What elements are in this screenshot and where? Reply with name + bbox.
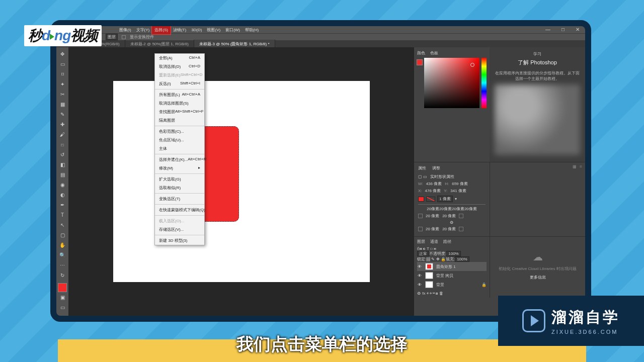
corner-tl-cb[interactable] [418, 214, 423, 218]
width-value[interactable]: 436 像素 [426, 181, 442, 187]
fill-swatch[interactable] [418, 197, 424, 202]
history-brush-tool[interactable]: ↺ [58, 150, 67, 159]
screen-mode-icon[interactable]: ▭ [58, 303, 67, 312]
height-value[interactable]: 659 像素 [452, 181, 468, 187]
menu-image[interactable]: 图像(I) [117, 26, 134, 34]
fg-color-chip[interactable] [417, 60, 422, 65]
link-corners-icon[interactable]: ⯐ [450, 220, 454, 225]
lock-icons[interactable]: ▦ ✎ ✥ 🔒 [426, 257, 446, 261]
frame-tool[interactable]: ▦ [58, 100, 67, 109]
menu-item[interactable]: 新建 3D 模型(3) [155, 236, 204, 245]
menu-item[interactable]: 取消选择(D)Ctrl+D [155, 62, 204, 71]
tab-channels[interactable]: 通道 [430, 239, 438, 244]
visibility-icon[interactable]: 👁 [417, 274, 422, 278]
eraser-tool[interactable]: ◧ [58, 160, 67, 169]
menu-item[interactable]: 选取相似(R) [155, 184, 204, 192]
quickmask-icon[interactable]: ▣ [58, 293, 67, 302]
lib-menu-icon[interactable]: ≡ [580, 164, 582, 169]
mask-icon[interactable]: ◐ [427, 291, 429, 296]
corner-tr[interactable]: 20 像素 [442, 213, 456, 219]
eyedropper-tool[interactable]: ✎ [58, 110, 67, 119]
layer-row-shape[interactable]: 👁圆角矩形 1 [417, 262, 487, 271]
corner-br-cb[interactable] [459, 227, 463, 231]
menu-item[interactable]: 色彩范围(C)... [155, 127, 204, 136]
menu-item[interactable]: 存储选区(V)... [155, 225, 204, 234]
corner-tr-cb[interactable] [459, 214, 463, 218]
maximize-icon[interactable]: □ [559, 25, 567, 34]
more-tools[interactable]: ⋯ [58, 260, 67, 269]
menu-select[interactable]: 选择(S) [152, 26, 171, 34]
menu-item[interactable]: 在快速蒙版模式下编辑(Q) [155, 206, 204, 214]
dodge-tool[interactable]: ◐ [58, 190, 67, 199]
pen-tool[interactable]: ✒ [58, 200, 67, 209]
visibility-icon[interactable]: 👁 [417, 264, 422, 269]
stroke-style-dropdown[interactable]: ▾ [455, 197, 457, 201]
menu-item[interactable]: 主体 [155, 144, 204, 153]
shape-tool[interactable]: ▢ [58, 230, 67, 239]
menu-item[interactable]: 全部(A)Ctrl+A [155, 54, 204, 62]
menu-item[interactable]: 查找图层Alt+Shift+Ctrl+F [155, 108, 204, 116]
trash-icon[interactable]: 🗑 [439, 291, 443, 296]
corner-br[interactable]: 20 像素 [442, 226, 456, 232]
learn-thumbnails[interactable] [495, 84, 580, 155]
path-tool[interactable]: ↖ [58, 220, 67, 229]
doc-tab-2[interactable]: 未标题-2 @ 50%(图层 1, RGB/8) [125, 40, 194, 48]
menu-item[interactable]: 所有图层(L)Alt+Ctrl+A [155, 90, 204, 99]
stroke-swatch[interactable] [426, 197, 435, 202]
menu-filter[interactable]: 滤镜(T) [171, 26, 189, 34]
menu-item[interactable]: 变换选区(T) [155, 195, 204, 203]
menu-help[interactable]: 帮助(H) [243, 26, 261, 34]
zoom-tool[interactable]: 🔍 [58, 250, 67, 259]
type-tool[interactable]: T [58, 210, 67, 219]
hue-slider[interactable] [481, 58, 487, 108]
corner-bl-cb[interactable] [418, 227, 423, 231]
tab-color[interactable]: 颜色 [417, 50, 425, 56]
menu-type[interactable]: 文字(Y) [134, 26, 152, 34]
crop-tool[interactable]: ✂ [58, 89, 67, 99]
blend-mode[interactable]: 正常 [417, 251, 429, 256]
tab-properties[interactable]: 属性 [418, 165, 426, 171]
brush-tool[interactable]: 🖌 [58, 130, 67, 139]
tab-layers[interactable]: 图层 [417, 239, 425, 244]
menu-item[interactable]: 焦点区域(U)... [155, 136, 204, 144]
menu-item[interactable]: 选择并遮住(K)...Alt+Ctrl+R [155, 155, 204, 164]
menu-window[interactable]: 窗口(W) [223, 26, 243, 34]
blur-tool[interactable]: ◉ [58, 180, 67, 189]
marquee-tool[interactable]: ▭ [58, 59, 67, 68]
gradient-tool[interactable]: ▤ [58, 170, 67, 179]
menu-item[interactable]: 取消选择图层(S) [155, 99, 204, 108]
opacity-value[interactable]: 100% [446, 251, 460, 256]
fill-value[interactable]: 100% [455, 256, 469, 262]
y-value[interactable]: 341 像素 [450, 188, 466, 194]
libraries-more-link[interactable]: 更多信息 [494, 275, 581, 280]
stamp-tool[interactable]: ⏍ [58, 140, 67, 149]
minimize-icon[interactable]: — [543, 25, 553, 34]
layer-row-bg[interactable]: 👁背景🔒 [417, 280, 487, 289]
menu-item[interactable]: 隔离图层 [155, 116, 204, 125]
fx-icon[interactable]: fx [422, 291, 425, 296]
adjustment-icon[interactable]: ◑ [430, 291, 432, 296]
menu-item[interactable]: 反选(I)Shift+Ctrl+I [155, 79, 204, 88]
tab-learn[interactable]: 学习 [533, 51, 541, 57]
doc-tab-3[interactable]: 未标题-3 @ 50% (圆角矩形 1, RGB/8) * [194, 40, 275, 48]
color-picker[interactable] [424, 58, 479, 108]
corner-tl[interactable]: 20 像素 [426, 213, 439, 219]
heal-tool[interactable]: ✚ [58, 120, 67, 129]
corner-bl[interactable]: 20 像素 [426, 226, 439, 232]
menu-item[interactable]: 修改(M)▸ [155, 164, 204, 172]
stroke-align-icon[interactable] [418, 204, 486, 205]
visibility-icon[interactable]: 👁 [417, 283, 422, 287]
canvas[interactable] [113, 81, 370, 282]
tab-adjustments[interactable]: 调整 [432, 165, 440, 171]
link-layers-icon[interactable]: ⯐ [417, 291, 421, 296]
menu-view[interactable]: 视图(V) [204, 26, 223, 34]
menu-item[interactable]: 扩大选取(G) [155, 175, 204, 184]
lib-grid-icon[interactable]: ▦ [573, 164, 577, 169]
x-value[interactable]: 476 像素 [425, 188, 441, 194]
lasso-tool[interactable]: ⌑ [58, 69, 67, 78]
edit-toolbar[interactable]: ↻ [58, 270, 67, 280]
close-icon[interactable]: ✕ [573, 25, 582, 34]
stroke-width[interactable]: 1 像素 [437, 196, 453, 202]
group-icon[interactable]: ▭ [433, 291, 435, 296]
menu-3d[interactable]: 3D(D) [189, 26, 204, 34]
